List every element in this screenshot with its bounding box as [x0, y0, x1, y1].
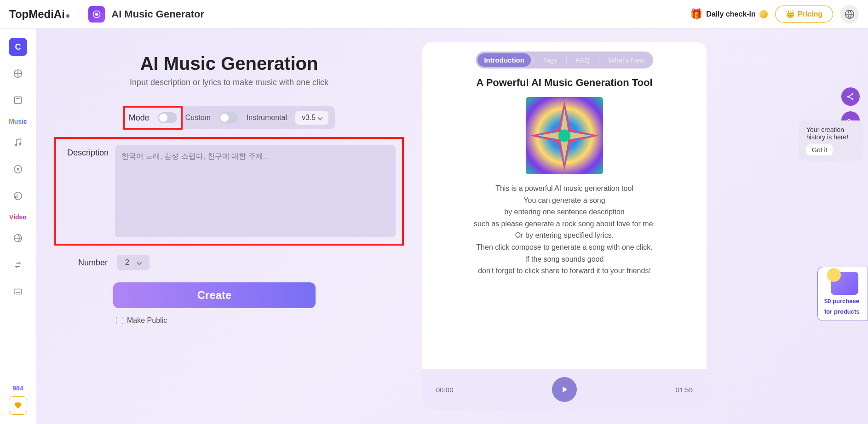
crown-icon: 👑 — [786, 10, 795, 18]
tab-tags[interactable]: Tags — [536, 53, 564, 67]
info-tabs: Introduction | Tags | FAQ | What's New — [476, 52, 653, 69]
pricing-button[interactable]: 👑 Pricing — [775, 6, 833, 23]
sidebar-item-explore[interactable] — [9, 64, 27, 83]
info-panel: Introduction | Tags | FAQ | What's New A… — [422, 42, 707, 410]
tab-separator: | — [598, 56, 600, 64]
description-input[interactable] — [115, 145, 396, 237]
mode-highlight-box: Mode — [123, 106, 183, 130]
number-select[interactable]: 2 — [117, 255, 149, 270]
svg-rect-4 — [15, 97, 22, 104]
version-value: v3.5 — [302, 114, 316, 122]
logo-text: TopMediAi — [9, 8, 65, 21]
video-section-label: Video — [9, 213, 27, 221]
number-label: Number — [78, 258, 108, 268]
time-total: 01:59 — [675, 386, 693, 394]
panel-line: You can generate a song — [433, 195, 696, 206]
panel-line: This is a powerful AI music generation t… — [433, 183, 696, 195]
mode-row: Mode Custom Instrumental v3.5 — [54, 106, 404, 130]
panel-line: by entering one sentence description — [433, 206, 696, 218]
music-section-label: Music — [9, 118, 27, 125]
promo-line1: $0 purchase — [824, 298, 865, 305]
instrumental-label: Instrumental — [247, 114, 287, 122]
number-row: Number 2 — [78, 255, 404, 270]
panel-artwork — [526, 97, 603, 174]
promo-gift-icon — [831, 272, 858, 295]
tab-faq[interactable]: FAQ — [569, 53, 596, 67]
number-value: 2 — [125, 258, 129, 267]
diamond-button[interactable] — [9, 396, 27, 415]
panel-title: A Powerful AI Music Generation Tool — [422, 77, 707, 89]
form-area: AI Music Generation Input description or… — [54, 42, 404, 410]
language-button[interactable] — [840, 5, 859, 23]
panel-line: such as please generate a rock song abou… — [433, 218, 696, 230]
tab-whatsnew[interactable]: What's New — [602, 53, 651, 67]
mode-options: Custom Instrumental v3.5 — [181, 106, 335, 129]
description-label: Description — [67, 148, 109, 237]
svg-point-12 — [558, 130, 571, 142]
panel-description: This is a powerful AI music generation t… — [422, 183, 707, 277]
sidebar: C Music Video 984 — [0, 29, 36, 424]
sidebar-item-swap[interactable] — [9, 256, 27, 274]
svg-point-7 — [14, 166, 22, 173]
mode-label: Mode — [129, 113, 149, 123]
create-button[interactable]: Create — [113, 282, 316, 308]
description-highlight-box: Description — [54, 137, 404, 246]
custom-toggle[interactable] — [158, 112, 177, 123]
panel-line: don't forget to click share to forward i… — [433, 265, 696, 277]
tooltip-got-it[interactable]: Got it — [806, 144, 833, 155]
public-checkbox[interactable] — [116, 317, 123, 324]
sidebar-item-tiktok[interactable] — [9, 187, 27, 205]
app-icon — [88, 6, 105, 23]
svg-point-1 — [96, 13, 98, 15]
svg-point-6 — [19, 143, 21, 145]
logo-sup: ® — [66, 14, 69, 19]
logo[interactable]: TopMediAi ® — [9, 8, 69, 21]
chevron-down-icon — [137, 260, 142, 265]
history-tooltip: Your creation history is here! Got it — [799, 120, 863, 161]
sidebar-item-world[interactable] — [9, 229, 27, 247]
custom-label: Custom — [185, 114, 211, 122]
daily-checkin[interactable]: 🎁 Daily check-in — [690, 8, 768, 20]
svg-point-5 — [15, 144, 17, 146]
public-row: Make Public — [116, 316, 404, 325]
app-title: AI Music Generator — [111, 8, 204, 20]
tooltip-text: Your creation history is here! — [806, 126, 856, 141]
promo-line2: for products — [824, 308, 865, 316]
panel-line: If the song sounds good — [433, 253, 696, 265]
divider — [79, 7, 79, 21]
svg-rect-11 — [14, 289, 22, 294]
page-subtitle: Input description or lyrics to make musi… — [54, 78, 404, 87]
tab-separator: | — [533, 56, 535, 64]
sidebar-item-music[interactable] — [9, 133, 27, 152]
header: TopMediAi ® AI Music Generator 🎁 Daily c… — [0, 0, 868, 29]
sidebar-bottom: 984 — [9, 384, 27, 424]
panel-line: Or by entering specified lyrics. — [433, 229, 696, 241]
tab-introduction[interactable]: Introduction — [477, 53, 530, 67]
sidebar-item-c[interactable]: C — [9, 38, 27, 56]
content: AI Music Generation Input description or… — [36, 29, 868, 424]
sidebar-item-library[interactable] — [9, 91, 27, 109]
version-select[interactable]: v3.5 — [295, 111, 328, 125]
checkin-label: Daily check-in — [706, 10, 756, 18]
time-current: 00:00 — [436, 386, 454, 394]
tab-separator: | — [566, 56, 568, 64]
header-right: 🎁 Daily check-in 👑 Pricing — [690, 5, 859, 23]
gift-icon: 🎁 — [690, 8, 702, 20]
pricing-label: Pricing — [798, 10, 822, 18]
promo-banner[interactable]: $0 purchase for products — [817, 267, 868, 321]
share-button[interactable] — [841, 87, 860, 106]
panel-line: Then click compose to generate a song wi… — [433, 241, 696, 253]
credits-count: 984 — [12, 384, 23, 392]
sidebar-item-subtitle[interactable] — [9, 282, 27, 301]
audio-player: 00:00 01:59 — [422, 369, 707, 410]
header-left: TopMediAi ® AI Music Generator — [9, 6, 204, 23]
coin-icon — [759, 10, 768, 18]
create-label: Create — [197, 289, 232, 301]
c-icon: C — [15, 42, 21, 52]
sidebar-item-disc[interactable] — [9, 160, 27, 178]
page-title: AI Music Generation — [54, 53, 404, 74]
public-label: Make Public — [127, 316, 167, 325]
svg-point-8 — [17, 168, 19, 170]
instrumental-toggle[interactable] — [219, 112, 238, 123]
play-button[interactable] — [552, 377, 577, 402]
